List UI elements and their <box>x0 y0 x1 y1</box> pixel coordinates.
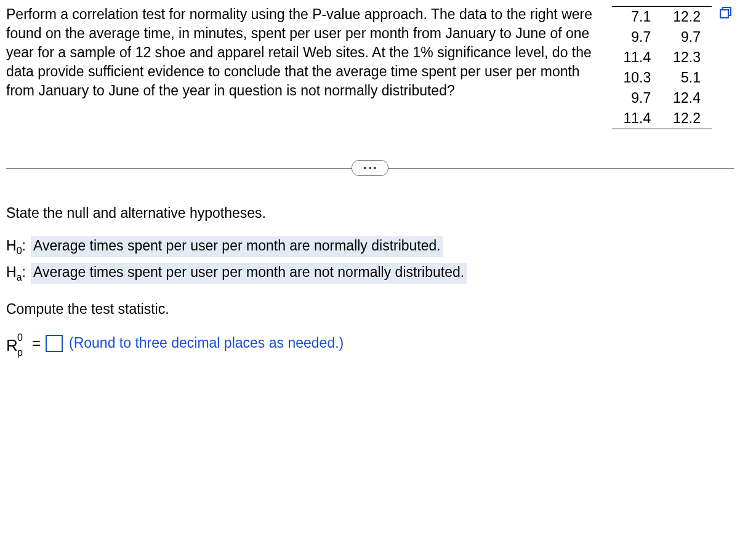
rp-answer-input[interactable] <box>46 335 63 352</box>
cell: 9.7 <box>612 88 662 108</box>
cell: 9.7 <box>612 27 662 47</box>
hypotheses-prompt: State the null and alternative hypothese… <box>6 204 734 223</box>
copy-icon[interactable] <box>719 6 734 20</box>
cell: 12.2 <box>662 7 712 28</box>
equals-sign: = <box>32 334 41 353</box>
ha-selection[interactable]: Average times spent per user per month a… <box>31 263 467 284</box>
cell: 12.4 <box>662 88 712 108</box>
table-row: 11.4 12.3 <box>612 47 712 68</box>
cell: 12.2 <box>662 108 712 129</box>
cell: 12.3 <box>662 47 712 68</box>
compute-stat-prompt: Compute the test statistic. <box>6 300 734 319</box>
svg-rect-1 <box>720 10 728 18</box>
round-instruction: (Round to three decimal places as needed… <box>69 334 344 353</box>
h0-label: H0: <box>6 236 26 257</box>
table-row: 10.3 5.1 <box>612 68 712 88</box>
table-row: 11.4 12.2 <box>612 108 712 129</box>
data-table: 7.1 12.2 9.7 9.7 11.4 12.3 10.3 5.1 9.7 <box>612 6 712 129</box>
cell: 11.4 <box>612 47 662 68</box>
cell: 10.3 <box>612 68 662 88</box>
ha-label: Ha: <box>6 263 26 284</box>
table-row: 9.7 9.7 <box>612 27 712 47</box>
rp-statistic-symbol: R 0 p <box>6 332 25 354</box>
section-divider <box>6 160 734 176</box>
table-row: 9.7 12.4 <box>612 88 712 108</box>
table-row: 7.1 12.2 <box>612 7 712 28</box>
cell: 9.7 <box>662 27 712 47</box>
expand-button[interactable] <box>352 160 388 176</box>
problem-statement: Perform a correlation test for normality… <box>6 5 612 100</box>
cell: 7.1 <box>612 7 662 28</box>
cell: 5.1 <box>662 68 712 88</box>
cell: 11.4 <box>612 108 662 129</box>
h0-selection[interactable]: Average times spent per user per month a… <box>31 236 443 257</box>
